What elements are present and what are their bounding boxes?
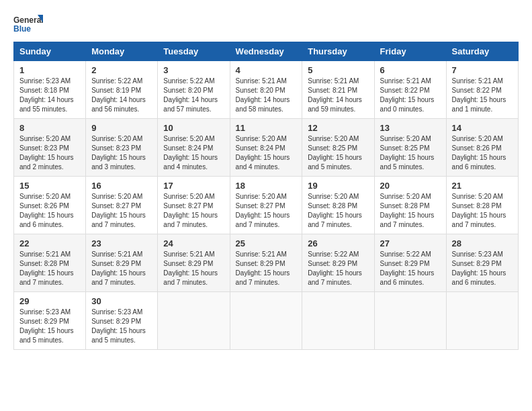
day-number: 7 <box>452 65 513 75</box>
sunrise-label: Sunrise: 5:20 AM <box>163 135 214 142</box>
calendar-cell: 19 Sunrise: 5:20 AM Sunset: 8:28 PM Dayl… <box>302 177 374 234</box>
sunrise-label: Sunrise: 5:23 AM <box>19 308 71 316</box>
day-number: 29 <box>19 296 80 306</box>
sunrise-label: Sunrise: 5:20 AM <box>19 193 71 200</box>
day-number: 20 <box>380 181 441 191</box>
sunrise-label: Sunrise: 5:21 AM <box>380 77 431 85</box>
day-info: Sunrise: 5:23 AM Sunset: 8:18 PM Dayligh… <box>19 77 80 114</box>
weekday-header-monday: Monday <box>86 42 158 61</box>
calendar-cell: 8 Sunrise: 5:20 AM Sunset: 8:23 PM Dayli… <box>14 119 86 177</box>
calendar-cell: 14 Sunrise: 5:20 AM Sunset: 8:26 PM Dayl… <box>446 119 518 177</box>
weekday-header-sunday: Sunday <box>14 42 86 61</box>
sunrise-label: Sunrise: 5:23 AM <box>91 308 142 316</box>
page-header: General Blue <box>13 13 519 35</box>
sunrise-label: Sunrise: 5:22 AM <box>308 250 359 258</box>
day-number: 8 <box>19 123 80 133</box>
sunrise-label: Sunrise: 5:21 AM <box>91 250 142 258</box>
day-number: 1 <box>19 65 80 75</box>
sunset-label: Sunset: 8:29 PM <box>91 318 141 325</box>
day-number: 2 <box>91 65 152 75</box>
calendar-cell: 1 Sunrise: 5:23 AM Sunset: 8:18 PM Dayli… <box>14 61 86 119</box>
weekday-header-saturday: Saturday <box>446 42 518 61</box>
day-info: Sunrise: 5:21 AM Sunset: 8:29 PM Dayligh… <box>236 250 297 287</box>
daylight-label: Daylight: 14 hours and 56 minutes. <box>91 96 146 113</box>
calendar-cell: 6 Sunrise: 5:21 AM Sunset: 8:22 PM Dayli… <box>374 61 446 119</box>
sunrise-label: Sunrise: 5:21 AM <box>308 77 359 85</box>
sunset-label: Sunset: 8:29 PM <box>452 260 502 267</box>
calendar-body: 1 Sunrise: 5:23 AM Sunset: 8:18 PM Dayli… <box>14 61 519 350</box>
daylight-label: Daylight: 15 hours and 7 minutes. <box>163 212 218 228</box>
sunrise-label: Sunrise: 5:21 AM <box>19 250 71 258</box>
sunset-label: Sunset: 8:29 PM <box>19 318 69 325</box>
calendar-week-2: 8 Sunrise: 5:20 AM Sunset: 8:23 PM Dayli… <box>14 119 519 177</box>
sunset-label: Sunset: 8:19 PM <box>91 87 141 94</box>
calendar-week-5: 29 Sunrise: 5:23 AM Sunset: 8:29 PM Dayl… <box>14 292 519 350</box>
sunset-label: Sunset: 8:24 PM <box>236 144 285 152</box>
sunset-label: Sunset: 8:27 PM <box>91 202 141 210</box>
day-info: Sunrise: 5:21 AM Sunset: 8:29 PM Dayligh… <box>163 250 224 287</box>
day-number: 24 <box>163 238 224 248</box>
weekday-header-wednesday: Wednesday <box>230 42 302 61</box>
day-info: Sunrise: 5:21 AM Sunset: 8:20 PM Dayligh… <box>236 77 297 114</box>
sunset-label: Sunset: 8:29 PM <box>308 260 357 267</box>
day-number: 25 <box>236 238 297 248</box>
sunrise-label: Sunrise: 5:21 AM <box>236 250 287 258</box>
daylight-label: Daylight: 14 hours and 57 minutes. <box>163 96 218 113</box>
day-number: 18 <box>236 181 297 191</box>
calendar-cell: 21 Sunrise: 5:20 AM Sunset: 8:28 PM Dayl… <box>446 177 518 234</box>
sunrise-label: Sunrise: 5:20 AM <box>380 193 431 200</box>
day-info: Sunrise: 5:20 AM Sunset: 8:26 PM Dayligh… <box>19 192 80 230</box>
daylight-label: Daylight: 15 hours and 4 minutes. <box>163 154 218 171</box>
day-number: 9 <box>91 123 152 133</box>
day-info: Sunrise: 5:20 AM Sunset: 8:25 PM Dayligh… <box>308 134 368 172</box>
day-info: Sunrise: 5:20 AM Sunset: 8:25 PM Dayligh… <box>380 134 441 172</box>
day-info: Sunrise: 5:21 AM Sunset: 8:29 PM Dayligh… <box>91 250 152 287</box>
daylight-label: Daylight: 15 hours and 7 minutes. <box>236 269 290 286</box>
day-number: 27 <box>380 238 441 248</box>
daylight-label: Daylight: 15 hours and 4 minutes. <box>236 154 290 171</box>
daylight-label: Daylight: 15 hours and 7 minutes. <box>91 212 146 228</box>
sunset-label: Sunset: 8:29 PM <box>236 260 285 267</box>
calendar-cell: 4 Sunrise: 5:21 AM Sunset: 8:20 PM Dayli… <box>230 61 302 119</box>
calendar-cell: 15 Sunrise: 5:20 AM Sunset: 8:26 PM Dayl… <box>14 177 86 234</box>
sunset-label: Sunset: 8:27 PM <box>236 202 285 210</box>
daylight-label: Daylight: 15 hours and 7 minutes. <box>380 212 435 228</box>
calendar-cell <box>446 292 518 350</box>
sunset-label: Sunset: 8:28 PM <box>380 202 430 210</box>
day-info: Sunrise: 5:20 AM Sunset: 8:24 PM Dayligh… <box>163 134 224 172</box>
calendar-cell: 27 Sunrise: 5:22 AM Sunset: 8:29 PM Dayl… <box>374 234 446 292</box>
day-number: 23 <box>91 238 152 248</box>
daylight-label: Daylight: 15 hours and 7 minutes. <box>19 269 74 286</box>
daylight-label: Daylight: 14 hours and 58 minutes. <box>236 96 290 113</box>
day-number: 4 <box>236 65 297 75</box>
sunset-label: Sunset: 8:29 PM <box>380 260 430 267</box>
day-info: Sunrise: 5:21 AM Sunset: 8:28 PM Dayligh… <box>19 250 80 287</box>
svg-text:Blue: Blue <box>13 24 31 34</box>
calendar-week-3: 15 Sunrise: 5:20 AM Sunset: 8:26 PM Dayl… <box>14 177 519 234</box>
sunset-label: Sunset: 8:25 PM <box>308 144 357 152</box>
daylight-label: Daylight: 15 hours and 5 minutes. <box>91 327 146 344</box>
calendar-cell: 30 Sunrise: 5:23 AM Sunset: 8:29 PM Dayl… <box>86 292 158 350</box>
logo: General Blue <box>13 13 43 35</box>
sunrise-label: Sunrise: 5:20 AM <box>19 135 71 142</box>
sunset-label: Sunset: 8:20 PM <box>163 87 213 94</box>
sunrise-label: Sunrise: 5:20 AM <box>163 193 214 200</box>
sunrise-label: Sunrise: 5:23 AM <box>19 77 71 85</box>
sunrise-label: Sunrise: 5:20 AM <box>236 135 287 142</box>
sunrise-label: Sunrise: 5:20 AM <box>91 193 142 200</box>
sunset-label: Sunset: 8:28 PM <box>452 202 502 210</box>
calendar-cell: 11 Sunrise: 5:20 AM Sunset: 8:24 PM Dayl… <box>230 119 302 177</box>
calendar-cell: 20 Sunrise: 5:20 AM Sunset: 8:28 PM Dayl… <box>374 177 446 234</box>
day-info: Sunrise: 5:20 AM Sunset: 8:27 PM Dayligh… <box>236 192 297 230</box>
sunset-label: Sunset: 8:24 PM <box>163 144 213 152</box>
sunrise-label: Sunrise: 5:20 AM <box>452 193 503 200</box>
day-number: 30 <box>91 296 152 306</box>
day-info: Sunrise: 5:20 AM Sunset: 8:26 PM Dayligh… <box>452 134 513 172</box>
sunrise-label: Sunrise: 5:22 AM <box>91 77 142 85</box>
day-info: Sunrise: 5:21 AM Sunset: 8:22 PM Dayligh… <box>452 77 513 114</box>
calendar-cell <box>158 292 230 350</box>
day-info: Sunrise: 5:23 AM Sunset: 8:29 PM Dayligh… <box>19 308 80 345</box>
daylight-label: Daylight: 15 hours and 2 minutes. <box>19 154 74 171</box>
sunset-label: Sunset: 8:21 PM <box>308 87 357 94</box>
calendar-cell: 5 Sunrise: 5:21 AM Sunset: 8:21 PM Dayli… <box>302 61 374 119</box>
